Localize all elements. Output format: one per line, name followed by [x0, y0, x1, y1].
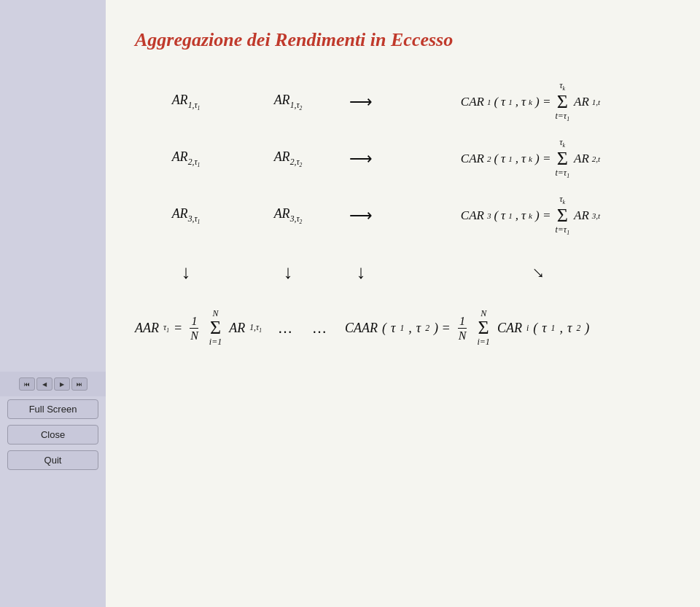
skip-forward-button[interactable]: ⏭	[71, 377, 88, 391]
prev-button[interactable]: ◀	[36, 377, 52, 391]
down-arrows-row: ↓ ↓ ↓ ↓	[135, 258, 678, 287]
dots-2: …	[312, 320, 329, 337]
caar-formula: CAAR(τ1, τ2) = 1 N N Σ i=1 CARi(τ1, τ2)	[345, 309, 589, 347]
sidebar: ⏮ ◀ ▶ ⏭ Full Screen Close Quit	[0, 0, 106, 607]
ar2-tau1: AR2,τ1	[135, 149, 237, 168]
car2-formula: CAR2(τ1, τk) = τk Σ t=τ1 AR2,t	[383, 138, 678, 180]
down-arrow-3: ↓	[339, 262, 383, 283]
ar1-tau1: AR1,τ1	[135, 93, 237, 111]
arrow-1: ⟶	[339, 93, 383, 111]
quit-button[interactable]: Quit	[7, 450, 98, 470]
next-button[interactable]: ▶	[54, 377, 70, 391]
math-row-1: AR1,τ1 AR1,τ2 ⟶ CAR1(τ1, τk) = τk Σ t=τ1	[135, 80, 678, 124]
down-arrow-1: ↓	[135, 262, 237, 283]
skip-back-button[interactable]: ⏮	[19, 377, 35, 391]
media-controls: ⏮ ◀ ▶ ⏭	[0, 372, 106, 396]
sigma-2: τk Σ t=τ1	[555, 138, 569, 180]
bottom-formula-row: AARτ1 = 1 N N Σ i=1 AR1,τ1 … … CAAR(τ1, …	[135, 309, 678, 347]
math-content: AR1,τ1 AR1,τ2 ⟶ CAR1(τ1, τk) = τk Σ t=τ1	[135, 80, 678, 585]
main-content: Aggregazione dei Rendimenti in Eccesso A…	[106, 0, 700, 607]
fraction-2: 1 N	[457, 314, 468, 342]
dots-1: …	[278, 320, 295, 337]
ar1-tau2: AR1,τ2	[237, 93, 339, 111]
fullscreen-button[interactable]: Full Screen	[7, 399, 98, 419]
arrow-2: ⟶	[339, 149, 383, 168]
close-button[interactable]: Close	[7, 425, 98, 445]
sigma-bottom-1: N Σ i=1	[209, 309, 222, 347]
ar2-tau2: AR2,τ2	[237, 149, 339, 168]
diagonal-arrow: ↓	[383, 262, 678, 283]
math-row-3: AR3,τ1 AR3,τ2 ⟶ CAR3(τ1, τk) = τk Σ t=τ1	[135, 194, 678, 238]
ar3-tau1: AR3,τ1	[135, 206, 237, 225]
down-arrow-2: ↓	[237, 262, 339, 283]
math-row-2: AR2,τ1 AR2,τ2 ⟶ CAR2(τ1, τk) = τk Σ t=τ1	[135, 137, 678, 181]
car3-formula: CAR3(τ1, τk) = τk Σ t=τ1 AR3,t	[383, 195, 678, 237]
arrow-3: ⟶	[339, 206, 383, 225]
car1-formula: CAR1(τ1, τk) = τk Σ t=τ1 AR1,t	[383, 81, 678, 123]
sigma-3: τk Σ t=τ1	[555, 195, 569, 237]
sigma-1: τk Σ t=τ1	[555, 81, 569, 123]
ar3-tau2: AR3,τ2	[237, 206, 339, 225]
page-title: Aggregazione dei Rendimenti in Eccesso	[135, 29, 678, 51]
fraction-1: 1 N	[189, 314, 200, 342]
sigma-bottom-2: N Σ i=1	[477, 309, 489, 347]
aar-formula: AARτ1 = 1 N N Σ i=1 AR1,τ1	[135, 309, 262, 347]
